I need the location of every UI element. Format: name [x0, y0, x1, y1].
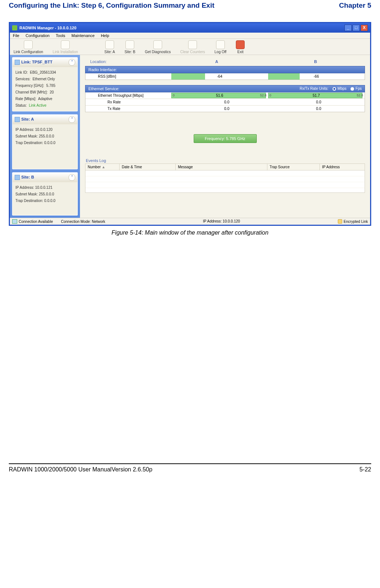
- link-icon: [15, 60, 20, 65]
- collapse-icon[interactable]: ˄: [69, 116, 75, 123]
- monitor-icon: [12, 219, 17, 224]
- value: Adaptive: [38, 97, 52, 101]
- label: Trap Destination:: [15, 141, 43, 145]
- menu-configuration[interactable]: Configuration: [26, 33, 50, 38]
- rx-rate-b: 0.0: [273, 99, 365, 105]
- value: Ethernet Only: [33, 77, 55, 81]
- main-area: Location: A B Radio Interface: RSS [dBm]…: [80, 55, 370, 218]
- tx-rate-a: 0.0: [181, 106, 273, 112]
- panel-site-a-header[interactable]: Site: A ˄: [12, 115, 77, 124]
- flask-b-icon: [125, 40, 134, 49]
- clear-counters-button: Clear Counters: [180, 40, 205, 54]
- tx-rate-label: Tx Rate: [85, 106, 181, 112]
- value: 10.0.0.120: [35, 128, 52, 132]
- menu-file[interactable]: File: [13, 33, 19, 38]
- footer-left: RADWIN 1000/2000/5000 User ManualVersion…: [9, 466, 152, 473]
- panel-site-b: Site: B ˄ IP Address: 10.0.0.121 Subnet …: [12, 172, 78, 216]
- max: 52.8: [260, 93, 267, 97]
- status-mode: Connection Mode: Network: [61, 220, 105, 224]
- menu-help[interactable]: Help: [101, 33, 109, 38]
- min: 0: [270, 93, 271, 97]
- ethernet-service-header: Ethernet Service: Rx/Tx Rate Units: Mbps…: [85, 85, 365, 92]
- col-message[interactable]: Message: [176, 164, 267, 170]
- get-diagnostics-button[interactable]: Get Diagnostics: [145, 40, 171, 54]
- close-button[interactable]: X: [361, 25, 368, 31]
- menu-maintenance[interactable]: Maintenance: [72, 33, 95, 38]
- label: Frequency [GHz]:: [15, 84, 44, 88]
- rss-label: RSS [dBm]: [85, 73, 171, 80]
- min: 0: [173, 93, 175, 97]
- minimize-button[interactable]: _: [344, 25, 352, 31]
- radio-interface-header: Radio Interface:: [85, 66, 365, 73]
- footer-right: 5-22: [359, 466, 371, 473]
- panel-title: Link: TPSF_BTT: [21, 60, 52, 64]
- label: Get Diagnostics: [145, 50, 171, 54]
- menubar: File Configuration Tools Maintenance Hel…: [10, 33, 370, 39]
- panel-link-header[interactable]: Link: TPSF_BTT ˄: [12, 58, 77, 67]
- rate-units-label: Rx/Tx Rate Units:: [300, 87, 328, 91]
- frequency-indicator: Frequency: 5.785 GHz: [194, 134, 257, 143]
- value: 20: [50, 90, 54, 94]
- log-off-button[interactable]: Log Off: [215, 40, 227, 54]
- throughput-a: 0 51.6 52.8: [171, 92, 268, 99]
- radio-fps[interactable]: [350, 87, 354, 91]
- location-b: B: [266, 59, 365, 64]
- panel-site-b-header[interactable]: Site: B ˄: [12, 173, 77, 182]
- titlebar[interactable]: RADWIN Manager - 10.0.0.120 _ □ X: [10, 23, 370, 33]
- value: 0.0.0.0: [44, 141, 56, 145]
- section-title: Ethernet Service:: [88, 87, 119, 91]
- rx-rate-a: 0.0: [181, 99, 273, 105]
- value: EBG_20561334: [30, 70, 56, 74]
- gear-icon: [61, 40, 70, 49]
- col-number[interactable]: Number ▲: [85, 164, 120, 170]
- panel-link: Link: TPSF_BTT ˄ Link ID: EBG_20561334 S…: [12, 57, 78, 111]
- exit-icon: [236, 40, 245, 49]
- eraser-icon: [188, 40, 197, 49]
- radio-mbps[interactable]: [332, 87, 336, 91]
- value: 255.0.0.0: [39, 134, 54, 138]
- collapse-icon[interactable]: ˄: [69, 174, 75, 181]
- toolbar: Link Configuration Link Installation Sit…: [10, 39, 370, 55]
- label: Site: B: [124, 50, 135, 54]
- label: Subnet Mask:: [15, 192, 38, 196]
- option-fps[interactable]: Fps: [355, 87, 362, 91]
- collapse-icon[interactable]: ˄: [69, 59, 75, 66]
- panel-title: Site: B: [21, 175, 34, 179]
- label: Link ID:: [15, 70, 28, 74]
- page-section-title: Configuring the Link: Step 6, Configurat…: [9, 1, 215, 10]
- label: Clear Counters: [180, 50, 205, 54]
- label: IP Address:: [15, 128, 34, 132]
- status-ip: IP Address: 10.0.0.120: [203, 219, 240, 223]
- lock-icon: [338, 219, 342, 224]
- section-title: Radio Interface:: [88, 67, 117, 72]
- flask-a-icon: [105, 40, 114, 49]
- location-label: Location:: [90, 59, 167, 64]
- status-bar: Connection Available Connection Mode: Ne…: [10, 218, 370, 225]
- throughput-b: 0 51.7 52.8: [268, 92, 365, 99]
- label: Rate [Mbps]:: [15, 97, 36, 101]
- label: Log Off: [215, 50, 227, 54]
- label: Link Configuration: [14, 50, 43, 54]
- exit-button[interactable]: Exit: [236, 40, 245, 54]
- rx-rate-label: Rx Rate: [85, 99, 181, 105]
- app-window: RADWIN Manager - 10.0.0.120 _ □ X File C…: [9, 22, 371, 226]
- link-configuration-button[interactable]: Link Configuration: [14, 40, 43, 54]
- sidebar: Link: TPSF_BTT ˄ Link ID: EBG_20561334 S…: [10, 55, 80, 218]
- status-connection: Connection Available: [19, 220, 53, 224]
- maximize-button[interactable]: □: [352, 25, 360, 31]
- rss-b: -66: [268, 73, 365, 80]
- col-trap-source[interactable]: Trap Source: [267, 164, 320, 170]
- site-a-button[interactable]: Site: A: [105, 40, 115, 54]
- label: Services:: [15, 77, 30, 81]
- menu-tools[interactable]: Tools: [56, 33, 65, 38]
- max: 52.8: [357, 93, 363, 97]
- site-b-button[interactable]: Site: B: [124, 40, 135, 54]
- wrench-icon: [24, 40, 33, 49]
- col-ip-address[interactable]: IP Address: [320, 164, 365, 170]
- option-mbps[interactable]: Mbps: [337, 87, 346, 91]
- flask-a-icon: [15, 117, 20, 122]
- col-datetime[interactable]: Date & Time: [120, 164, 176, 170]
- value: 5.785: [46, 84, 55, 88]
- label: Site: A: [105, 50, 115, 54]
- label: Link Installation: [53, 50, 78, 54]
